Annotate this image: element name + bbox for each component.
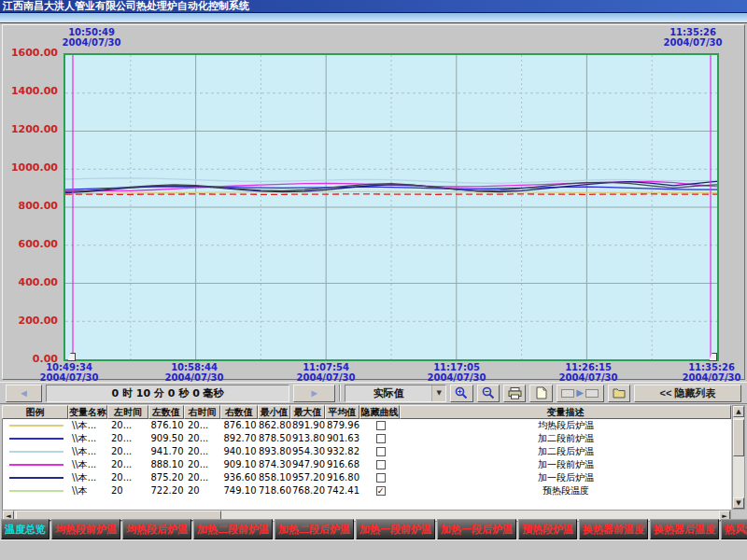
- variable-description: 加二段前炉温: [401, 432, 731, 445]
- variable-description: 加二段后炉温: [401, 445, 731, 458]
- hide-curve-checkbox[interactable]: ✓: [376, 486, 386, 496]
- col-header-name[interactable]: 变量名称: [68, 405, 107, 419]
- table-row[interactable]: \\本... 20... 875.20 20... 936.60 858.10 …: [3, 471, 731, 484]
- max-value: 954.30: [291, 445, 326, 458]
- table-vertical-scrollbar[interactable]: ▲ ▼: [732, 405, 745, 510]
- right-cursor-time: 11:35:26: [646, 27, 740, 37]
- col-header-legend[interactable]: 图例: [2, 405, 68, 419]
- y-tick-label: 800.00: [4, 201, 58, 211]
- min-value: 874.30: [259, 458, 291, 471]
- table-row[interactable]: \\本... 20... 941.70 20... 940.10 893.80 …: [3, 445, 731, 458]
- nav-button-heat2-rear[interactable]: 加热二段后炉温: [275, 519, 354, 539]
- right-cursor-timestamp: 11:35:26 2004/07/30: [646, 27, 740, 48]
- max-value: 947.90: [291, 458, 326, 471]
- col-header-avg[interactable]: 平均值: [325, 405, 359, 419]
- legend-cell: [3, 484, 69, 497]
- right-value: 940.10: [221, 445, 259, 458]
- min-value: 858.10: [259, 471, 291, 484]
- table-row[interactable]: \\本... 20... 909.50 20... 892.70 878.50 …: [3, 432, 731, 445]
- nav-button-exchanger-rear[interactable]: 换热器后温度: [650, 519, 719, 539]
- zoom-out-button[interactable]: [477, 385, 500, 402]
- avg-value: 742.41: [326, 484, 360, 497]
- time-span-field[interactable]: 0 时 10 分 0 秒 0 毫秒: [46, 385, 289, 402]
- left-value: 876.10: [149, 419, 185, 432]
- col-header-description[interactable]: 变量描述: [400, 405, 731, 419]
- hide-curve-checkbox[interactable]: [376, 434, 386, 443]
- folder-icon: [613, 387, 626, 399]
- left-cursor-timestamp: 10:50:49 2004/07/30: [45, 27, 138, 48]
- legend-line: [9, 425, 63, 427]
- export-button[interactable]: [529, 385, 552, 402]
- x-tick: 10:49:342004/07/30: [40, 362, 99, 383]
- x-tick: 11:35:262004/07/30: [683, 362, 741, 383]
- hide-list-button[interactable]: << 隐藏列表: [634, 385, 741, 402]
- right-time: 20...: [185, 458, 221, 471]
- y-tick-label: 1200.00: [4, 124, 58, 134]
- hide-curve-checkbox[interactable]: [376, 473, 386, 483]
- legend-line: [9, 477, 63, 479]
- variable-description: 加一段后炉温: [401, 471, 731, 484]
- hide-curve-checkbox[interactable]: [376, 447, 386, 456]
- scroll-down-icon[interactable]: ▼: [733, 497, 744, 509]
- scroll-left-button[interactable]: ◄: [6, 385, 42, 402]
- print-button[interactable]: [503, 385, 526, 402]
- nav-button-heat1-rear[interactable]: 加热一段后炉温: [437, 519, 516, 539]
- scroll-up-icon[interactable]: ▲: [733, 406, 744, 417]
- nav-button-heat2-front[interactable]: 加热二段前炉温: [193, 519, 273, 539]
- col-header-left-value[interactable]: 左数值: [148, 405, 184, 419]
- zoom-in-button[interactable]: [450, 385, 472, 402]
- nav-button-exchanger-front[interactable]: 换热器前温度: [579, 519, 648, 539]
- hide-cell: [360, 445, 401, 458]
- avg-value: 879.96: [326, 419, 360, 432]
- right-time: 20...: [185, 432, 221, 445]
- play-track-right: [585, 389, 599, 398]
- y-tick-label: 1400.00: [4, 86, 58, 96]
- trend-chart[interactable]: [63, 53, 719, 361]
- play-button[interactable]: ▶: [557, 385, 604, 402]
- scroll-right-button[interactable]: ►: [293, 385, 335, 402]
- chevron-down-icon[interactable]: ▼: [431, 385, 445, 401]
- min-value: 718.60: [259, 484, 291, 497]
- hide-curve-checkbox[interactable]: [376, 421, 386, 430]
- save-button[interactable]: [608, 385, 630, 402]
- left-value: 909.50: [149, 432, 185, 445]
- hide-cell: [360, 471, 401, 484]
- nav-button-heat1-front[interactable]: 加热一段前炉温: [356, 519, 435, 539]
- trend-curves: [65, 55, 717, 359]
- right-value: 876.10: [221, 419, 259, 432]
- left-time: 20...: [108, 419, 149, 432]
- min-value: 878.50: [259, 432, 291, 445]
- table-row[interactable]: \\本... 20... 888.10 20... 909.10 874.30 …: [3, 458, 731, 471]
- legend-cell: [3, 432, 69, 445]
- table-row[interactable]: \\本... 20... 876.10 20... 876.10 862.80 …: [3, 419, 731, 432]
- col-header-max[interactable]: 最大值: [290, 405, 325, 419]
- nav-button-hot-air[interactable]: 热风温度: [721, 519, 747, 539]
- value-mode-combobox[interactable]: 实际值 ▼: [345, 385, 446, 402]
- nav-button-soak-front[interactable]: 均热段前炉温: [51, 519, 120, 539]
- col-header-right-value[interactable]: 右数值: [220, 405, 258, 419]
- document-icon: [535, 386, 547, 399]
- col-header-min[interactable]: 最小值: [258, 405, 290, 419]
- max-value: 768.20: [291, 484, 326, 497]
- right-value: 909.10: [221, 458, 259, 471]
- col-header-left-time[interactable]: 左时间: [107, 405, 148, 419]
- nav-button-soak-rear[interactable]: 均热段后炉温: [122, 519, 191, 539]
- printer-icon: [508, 387, 522, 399]
- nav-button-preheat[interactable]: 预热段炉温: [518, 519, 577, 539]
- left-time: 20...: [108, 432, 149, 445]
- value-mode-value: 实际值: [345, 386, 431, 400]
- nav-button-temp-overview[interactable]: 温度总览: [1, 519, 49, 539]
- y-tick-label: 200.00: [4, 315, 58, 326]
- left-time: 20...: [108, 458, 149, 471]
- window-title: 江西南昌大洪人管业有限公司热处理炉自动化控制系统: [0, 0, 747, 13]
- scada-trend-screen: 江西南昌大洪人管业有限公司热处理炉自动化控制系统 10:50:49 2004/0…: [0, 0, 747, 560]
- right-cursor-date: 2004/07/30: [646, 37, 740, 48]
- hide-curve-checkbox[interactable]: [376, 460, 386, 469]
- col-header-hide-curve[interactable]: 隐藏曲线: [359, 405, 400, 419]
- col-header-right-time[interactable]: 右时间: [184, 405, 220, 419]
- right-time: 20...: [185, 419, 221, 432]
- table-row[interactable]: \\本 20 722.20 20 749.10 718.60 768.20 74…: [3, 484, 731, 497]
- vertical-scroll-thumb[interactable]: [733, 419, 744, 456]
- left-time: 20...: [108, 471, 149, 484]
- max-value: 913.80: [291, 432, 326, 445]
